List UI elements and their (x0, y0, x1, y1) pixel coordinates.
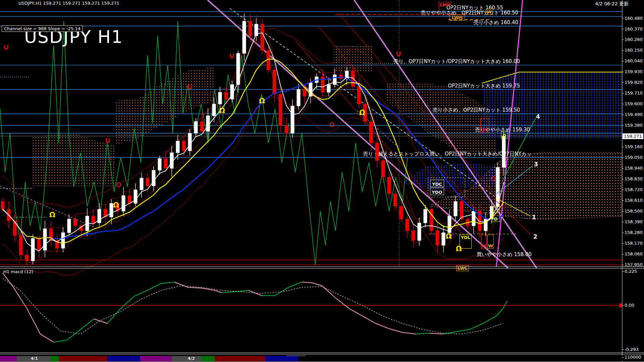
tick-mark (622, 305, 624, 306)
tick-mark (622, 190, 624, 190)
symbol-title: USDJPY,H1 159.271 159.271 159.271 159.27… (18, 1, 119, 6)
tick-mark (622, 147, 624, 147)
indicator-label-text: LWL (458, 266, 468, 271)
macd-tick: 0.00 (625, 303, 634, 308)
session-date-label: 4/2 (188, 356, 195, 361)
indicator-label-box-lwh: LWH (449, 15, 465, 20)
indicator-label-text: D (503, 133, 506, 138)
indicator-label-box-d: D (501, 131, 508, 138)
ichimoku-cloud (32, 134, 116, 186)
price-tick: 159.820 (625, 80, 643, 85)
session-band (107, 356, 140, 361)
price-annotation: 買いやや小さめ 158.00 (477, 251, 532, 257)
indicator-label-text: YDC (432, 182, 442, 187)
price-tick: 160.260 (625, 37, 643, 42)
tick-mark (622, 179, 624, 179)
indicator-label-box-m: M (481, 235, 487, 249)
pane-separator[interactable] (0, 266, 644, 267)
sell-signal-icon: ∪ (186, 82, 193, 91)
price-tick: 159.050 (625, 155, 643, 160)
indicator-label-text: W (487, 9, 492, 14)
price-annotation: OP2日NYカット大きめ 159.75 (448, 82, 520, 89)
pane-separator (0, 353, 644, 353)
session-color-bar: 4/14/2 (0, 356, 644, 361)
price-tick: 158.940 (625, 166, 643, 171)
wave-count-label: 1 (532, 214, 536, 221)
tick-mark (622, 40, 624, 40)
tick-mark (622, 29, 624, 29)
omega-signal-icon: Ω (456, 245, 462, 253)
session-date-label: 4/1 (31, 356, 38, 361)
price-tick: 160.040 (625, 58, 643, 63)
tick-mark (622, 271, 624, 272)
tick-mark (622, 200, 624, 201)
wave-count-label: 3 (534, 161, 538, 168)
tick-mark (622, 115, 624, 115)
price-annotation: 売りやや小さめ、OP2日NYカット 160.50 (421, 9, 518, 16)
price-tick: 158.060 (625, 251, 643, 256)
price-tick: 158.830 (625, 176, 643, 181)
session-band (265, 356, 298, 361)
update-time-label: 4/2 06:22 更新 (595, 1, 629, 7)
session-band (215, 356, 265, 361)
price-tick: 159.380 (625, 123, 643, 128)
session-band (0, 356, 17, 361)
indicator-label-box-lmh: LMH (439, 2, 451, 14)
tick-mark (622, 158, 624, 158)
price-tick: 158.170 (625, 241, 643, 246)
macd-tick: 0.225 (625, 269, 637, 274)
volume-tick: 110000 (625, 355, 641, 360)
tick-mark (622, 104, 624, 104)
price-tick: 158.280 (625, 230, 643, 235)
omega-signal-icon: Ω (446, 232, 452, 240)
tick-mark (622, 125, 624, 126)
tick-mark (622, 233, 624, 233)
price-tick: 159.490 (625, 112, 643, 117)
price-annotation: 売り、OP7日NYカット/OP2日NYカット大きめ 160.00 (393, 58, 520, 65)
pane-separator[interactable] (0, 268, 644, 268)
sell-signal-icon: ∪ (395, 49, 402, 58)
omega-signal-icon: Ω (113, 201, 119, 209)
pane-separator (0, 354, 644, 354)
omega-signal-icon: Ω (49, 211, 55, 219)
tick-mark (622, 50, 624, 51)
session-band (172, 356, 201, 361)
indicator-label-text: LWH (452, 15, 463, 20)
indicator-label-box-ydc: YDC (430, 180, 444, 187)
price-tick: 160.150 (625, 48, 643, 53)
tick-mark (622, 61, 624, 61)
price-tick: 159.710 (625, 90, 643, 96)
tick-mark (622, 349, 624, 350)
ichimoku-cloud (116, 67, 215, 144)
price-annotation: 売り・超えるとストップロス買い、OP2日NYカット大きめ/OP7日NYカッ (363, 151, 532, 157)
indicator-label-text: M (482, 243, 486, 248)
omega-signal-icon: Ω (359, 109, 365, 117)
tick-mark (622, 82, 624, 83)
price-tick: 159.160 (625, 144, 643, 149)
wave-count-label: 4 (536, 113, 540, 120)
red-ring-marker (330, 123, 334, 127)
session-band (59, 356, 107, 361)
sell-signal-icon: ∪ (104, 135, 111, 145)
price-annotation: 売り小さめ 160.40 (474, 19, 518, 25)
price-tick: 160.370 (625, 26, 643, 32)
main-chart-canvas[interactable] (0, 0, 644, 362)
tick-mark (622, 222, 624, 222)
indicator-label-box-lwl: LWL (456, 265, 469, 271)
current-price-tag: 159.271 (623, 133, 643, 139)
sell-signal-icon: ∪ (3, 42, 9, 52)
indicator-label-box-d: D (492, 206, 500, 222)
indicator-label-box-w: W (487, 235, 494, 249)
tick-mark (622, 211, 624, 212)
channel-info-box: Channel size = 988 Slope = -25.14 (2, 25, 83, 32)
macd-pane-label: H1 macd (12) (3, 269, 33, 274)
tick-mark (622, 254, 624, 254)
macd-tick: -0.293 (625, 347, 639, 352)
tick-mark (622, 168, 624, 169)
price-tick: 158.610 (625, 198, 643, 203)
price-tick: 157.950 (625, 262, 643, 267)
mt4-chart-window: USDJPY,H1 159.271 159.271 159.271 159.27… (0, 0, 644, 362)
tick-mark (622, 357, 624, 358)
indicator-label-box-ydo: YDO (430, 188, 444, 195)
price-tick: 159.600 (625, 101, 643, 106)
